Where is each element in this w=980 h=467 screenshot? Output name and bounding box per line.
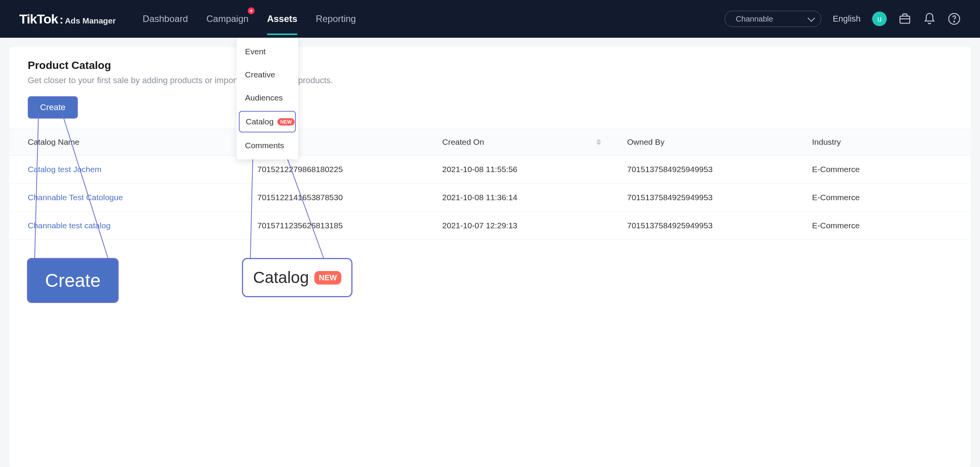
account-selector[interactable]: Channable	[725, 11, 821, 27]
top-nav-bar: TikTok : Ads Manager Dashboard Campaign …	[0, 0, 980, 38]
content-card: Product Catalog Get closer to your first…	[9, 47, 971, 467]
dropdown-label: Catalog	[246, 117, 274, 126]
col-owned-by[interactable]: Owned By	[618, 129, 803, 156]
catalog-link[interactable]: Catalog test Jochem	[28, 165, 101, 174]
table-header-row: Catalog Name Created On Owned	[9, 129, 971, 156]
help-icon[interactable]	[948, 12, 961, 25]
callout-catalog: Catalog NEW	[242, 258, 352, 297]
callout-create-label: Create	[45, 270, 101, 291]
page-description: Get closer to your first sale by adding …	[28, 75, 952, 85]
bell-icon[interactable]	[923, 12, 936, 25]
content-wrap: Product Catalog Get closer to your first…	[0, 38, 980, 467]
col-label: Created On	[442, 137, 484, 147]
col-industry[interactable]: Industry	[803, 129, 971, 156]
col-created-on[interactable]: Created On	[433, 129, 618, 156]
page-title: Product Catalog	[28, 59, 952, 72]
catalog-owner-cell: 7015137584925949953	[618, 156, 803, 184]
language-switch[interactable]: English	[833, 14, 861, 24]
chevron-down-icon	[807, 14, 815, 22]
catalog-link[interactable]: Channable test catalog	[28, 221, 111, 230]
catalog-name-cell[interactable]: Channable test catalog	[9, 212, 248, 240]
account-selector-value: Channable	[736, 15, 773, 23]
nav-dashboard[interactable]: Dashboard	[143, 10, 188, 28]
sort-icon[interactable]	[596, 139, 601, 145]
catalog-industry-cell: E-Commerce	[803, 156, 971, 184]
dropdown-label: Audiences	[245, 93, 283, 102]
page-header: Product Catalog Get closer to your first…	[9, 59, 971, 129]
nav-assets[interactable]: Assets	[267, 10, 297, 28]
nav-reporting-label: Reporting	[316, 13, 356, 24]
new-badge: NEW	[277, 118, 294, 126]
col-label: Catalog Name	[28, 137, 79, 147]
table-row: Channable test catalog 70157112356268131…	[9, 212, 971, 240]
dropdown-item-creative[interactable]: Creative	[237, 63, 298, 86]
catalog-owner-cell: 7015137584925949953	[618, 184, 803, 212]
dropdown-label: Comments	[245, 141, 284, 150]
nav-dashboard-label: Dashboard	[143, 13, 188, 24]
dropdown-label: Creative	[245, 70, 275, 79]
catalog-name-cell[interactable]: Channable Test Catologue	[9, 184, 248, 212]
logo[interactable]: TikTok : Ads Manager	[19, 12, 116, 27]
catalog-id-cell: 7015212279868180225	[248, 156, 433, 184]
catalog-created-cell: 2021-10-08 11:55:56	[433, 156, 618, 184]
nav-assets-label: Assets	[267, 13, 297, 24]
catalog-created-cell: 2021-10-07 12:29:13	[433, 212, 618, 240]
topbar-right: Channable English u	[725, 11, 961, 27]
col-catalog-name[interactable]: Catalog Name	[9, 129, 433, 156]
catalog-id-cell: 7015122141653878530	[248, 184, 433, 212]
col-label: Owned By	[627, 137, 665, 147]
catalog-name-cell[interactable]: Catalog test Jochem	[9, 156, 248, 184]
main-nav: Dashboard Campaign + Assets Reporting	[143, 10, 356, 28]
dropdown-item-comments[interactable]: Comments	[237, 134, 298, 157]
plus-badge-icon: +	[248, 7, 255, 14]
catalog-table: Catalog Name Created On Owned	[9, 129, 971, 240]
catalog-id-cell: 7015711235626813185	[248, 212, 433, 240]
assets-dropdown: Event Creative Audiences Catalog NEW Com…	[237, 38, 298, 159]
catalog-industry-cell: E-Commerce	[803, 184, 971, 212]
catalog-link[interactable]: Channable Test Catologue	[28, 193, 123, 202]
svg-rect-0	[900, 16, 910, 23]
avatar[interactable]: u	[872, 12, 887, 26]
callout-new-badge: NEW	[314, 271, 342, 285]
callout-catalog-label: Catalog	[253, 268, 309, 287]
col-label: Industry	[812, 137, 841, 147]
catalog-owner-cell: 7015137584925949953	[618, 212, 803, 240]
nav-reporting[interactable]: Reporting	[316, 10, 356, 28]
dropdown-item-audiences[interactable]: Audiences	[237, 86, 298, 109]
logo-tiktok: TikTok	[19, 12, 58, 27]
catalog-industry-cell: E-Commerce	[803, 212, 971, 240]
dropdown-item-event[interactable]: Event	[237, 40, 298, 63]
dropdown-label: Event	[245, 47, 266, 56]
briefcase-icon[interactable]	[898, 12, 911, 25]
logo-colon: :	[59, 13, 63, 26]
dropdown-item-catalog[interactable]: Catalog NEW	[239, 111, 296, 132]
nav-campaign-label: Campaign	[206, 13, 248, 24]
callout-create: Create	[27, 258, 119, 303]
catalog-created-cell: 2021-10-08 11:36:14	[433, 184, 618, 212]
svg-point-2	[954, 21, 955, 22]
create-button[interactable]: Create	[28, 96, 78, 119]
table-row: Catalog test Jochem 7015212279868180225 …	[9, 156, 971, 184]
nav-campaign[interactable]: Campaign +	[206, 10, 248, 28]
table-row: Channable Test Catologue 701512214165387…	[9, 184, 971, 212]
logo-ads-manager: Ads Manager	[65, 16, 116, 25]
